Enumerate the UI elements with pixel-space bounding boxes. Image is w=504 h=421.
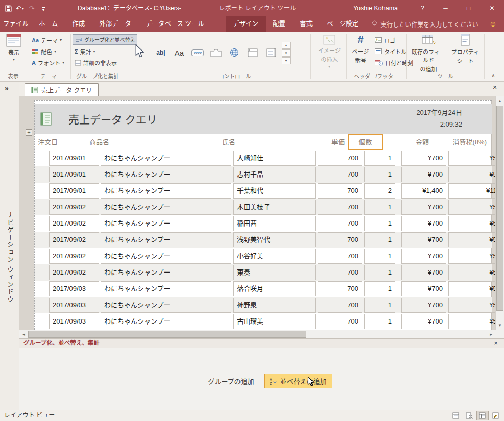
cell-product-name[interactable]: わにちゃんシャンプー xyxy=(101,216,231,231)
expand-nav-pane-button[interactable]: » xyxy=(5,84,9,92)
cell-product-name[interactable]: わにちゃんシャンプー xyxy=(101,314,231,329)
label-control-button[interactable]: Aa xyxy=(171,44,188,61)
cell-order-date[interactable]: 2017/09/02 xyxy=(49,249,99,264)
cell-quantity[interactable]: 1 xyxy=(364,281,395,296)
report-header-band[interactable]: 売上データ クエリ 2017年9月24日 2:09:32 xyxy=(34,104,492,134)
cell-product-name[interactable]: わにちゃんシャンプー xyxy=(101,200,231,215)
customize-qat-button[interactable]: ▾ xyxy=(38,2,49,14)
hide-details-button[interactable]: 詳細の非表示 xyxy=(73,57,119,68)
cell-unit-price[interactable]: 700 xyxy=(318,298,362,313)
cell-unit-price[interactable]: 700 xyxy=(318,167,362,182)
cell-product-name[interactable]: わにちゃんシャンプー xyxy=(101,265,231,280)
cell-customer-name[interactable]: 古山瑠美 xyxy=(233,314,316,329)
cell-customer-name[interactable]: 神野泉 xyxy=(233,298,316,313)
group-and-sort-button[interactable]: グループ化と並べ替え xyxy=(73,34,137,45)
cell-tax[interactable]: ¥56 xyxy=(448,200,495,215)
column-header-product-name[interactable]: 商品名 xyxy=(86,134,217,151)
cell-tax[interactable]: ¥56 xyxy=(448,216,495,231)
report-time[interactable]: 2:09:32 xyxy=(440,120,462,128)
collapse-ribbon-button[interactable]: ∧ xyxy=(488,72,498,80)
cell-unit-price[interactable]: 700 xyxy=(318,151,362,166)
cell-amount[interactable]: ¥700 xyxy=(401,265,446,280)
cell-quantity[interactable]: 1 xyxy=(364,167,395,182)
cell-tax[interactable]: ¥56 xyxy=(448,249,495,264)
cell-tax[interactable]: ¥56 xyxy=(448,314,495,329)
cell-amount[interactable]: ¥700 xyxy=(401,167,446,182)
cell-customer-name[interactable]: 大崎知佳 xyxy=(233,151,316,166)
report-view-shortcut-button[interactable] xyxy=(450,411,462,420)
cell-tax[interactable]: ¥56 xyxy=(448,232,495,247)
tab-format[interactable]: 書式 xyxy=(293,16,320,32)
cell-customer-name[interactable]: 木田美枝子 xyxy=(233,200,316,215)
minimize-button[interactable]: ─ xyxy=(434,0,457,16)
vertical-scrollbar[interactable]: ▴ ▾ xyxy=(495,96,504,330)
logo-button[interactable]: ロゴ xyxy=(373,35,397,45)
cell-tax[interactable]: ¥56 xyxy=(448,298,495,313)
close-group-sort-pane-button[interactable]: × xyxy=(492,339,500,348)
cell-unit-price[interactable]: 700 xyxy=(318,216,362,231)
cell-customer-name[interactable]: 落合咲月 xyxy=(233,281,316,296)
tab-control-button[interactable] xyxy=(207,44,225,61)
cell-tax[interactable]: ¥56 xyxy=(448,151,495,166)
cell-product-name[interactable]: わにちゃんシャンプー xyxy=(101,167,231,182)
cell-customer-name[interactable]: 東奏 xyxy=(233,265,316,280)
tab-page-setup[interactable]: ページ設定 xyxy=(320,16,366,32)
cell-order-date[interactable]: 2017/09/02 xyxy=(49,232,99,247)
add-sort-button[interactable]: AZ 並べ替えの追加 xyxy=(264,374,332,388)
cell-quantity[interactable]: 1 xyxy=(364,232,395,247)
cell-unit-price[interactable]: 700 xyxy=(318,281,362,296)
cell-order-date[interactable]: 2017/09/02 xyxy=(49,200,99,215)
cell-amount[interactable]: ¥700 xyxy=(401,281,446,296)
tab-arrange[interactable]: 配置 xyxy=(266,16,293,32)
page-number-button[interactable]: # ページ 番号 xyxy=(349,34,372,64)
cell-unit-price[interactable]: 700 xyxy=(318,249,362,264)
cell-amount[interactable]: ¥700 xyxy=(401,151,446,166)
cell-customer-name[interactable]: 志村千晶 xyxy=(233,167,316,182)
cell-product-name[interactable]: わにちゃんシャンプー xyxy=(101,281,231,296)
totals-button[interactable]: Σ 集計 ▾ xyxy=(73,46,98,57)
cell-product-name[interactable]: わにちゃんシャンプー xyxy=(101,151,231,166)
web-browser-control-button[interactable] xyxy=(244,44,261,61)
cell-product-name[interactable]: わにちゃんシャンプー xyxy=(101,183,231,199)
cell-unit-price[interactable]: 700 xyxy=(318,183,362,199)
close-button[interactable]: ✕ xyxy=(480,0,504,16)
maximize-button[interactable]: □ xyxy=(457,0,480,16)
tab-file[interactable]: ファイル xyxy=(0,16,32,32)
cell-unit-price[interactable]: 700 xyxy=(318,314,362,329)
cell-order-date[interactable]: 2017/09/01 xyxy=(49,183,99,199)
cell-unit-price[interactable]: 700 xyxy=(318,265,362,280)
property-sheet-button[interactable]: プロパティ シート xyxy=(448,34,482,65)
navigation-pane-title[interactable]: ナビゲーション ウィンドウ xyxy=(5,212,15,303)
cell-quantity[interactable]: 1 xyxy=(364,216,395,231)
help-button[interactable]: ? xyxy=(411,0,434,16)
view-button[interactable]: 表示 ▾ xyxy=(3,34,25,62)
column-header-customer-name[interactable]: 氏名 xyxy=(219,134,301,151)
cell-unit-price[interactable]: 700 xyxy=(318,232,362,247)
date-time-button[interactable]: 日付と時刻 xyxy=(373,57,415,68)
layout-view-shortcut-button[interactable] xyxy=(476,411,489,420)
tab-design[interactable]: デザイン xyxy=(226,16,266,32)
gallery-more-button[interactable]: ▾ xyxy=(282,57,291,64)
feedback-smiley-icon[interactable]: ☺ xyxy=(489,16,497,32)
cell-amount[interactable]: ¥700 xyxy=(401,298,446,313)
cell-quantity[interactable]: 1 xyxy=(364,249,395,264)
scroll-left-button[interactable]: ◂ xyxy=(19,330,28,338)
tell-me-box[interactable]: 実行したい作業を入力してください xyxy=(372,16,478,32)
select-tool-button[interactable] xyxy=(129,36,149,67)
undo-button[interactable]: ↶▾ xyxy=(15,2,25,14)
horizontal-scrollbar[interactable]: ◂ ▸ xyxy=(19,330,495,338)
cell-amount[interactable]: ¥700 xyxy=(401,249,446,264)
vertical-scroll-thumb[interactable] xyxy=(496,106,503,311)
cell-order-date[interactable]: 2017/09/01 xyxy=(49,151,99,166)
add-group-button[interactable]: グループの追加 xyxy=(191,374,259,388)
add-existing-fields-button[interactable]: 既存のフィールド の追加 xyxy=(410,34,447,73)
cell-order-date[interactable]: 2017/09/03 xyxy=(49,298,99,313)
tab-create[interactable]: 作成 xyxy=(65,16,92,32)
cell-product-name[interactable]: わにちゃんシャンプー xyxy=(101,232,231,247)
horizontal-scroll-thumb[interactable] xyxy=(28,331,306,338)
save-button[interactable] xyxy=(3,2,13,14)
cell-amount[interactable]: ¥1,400 xyxy=(401,183,446,199)
cell-customer-name[interactable]: 小谷好美 xyxy=(233,249,316,264)
redo-button[interactable]: ↷ xyxy=(27,2,37,14)
report-title[interactable]: 売上データ クエリ xyxy=(68,111,157,127)
